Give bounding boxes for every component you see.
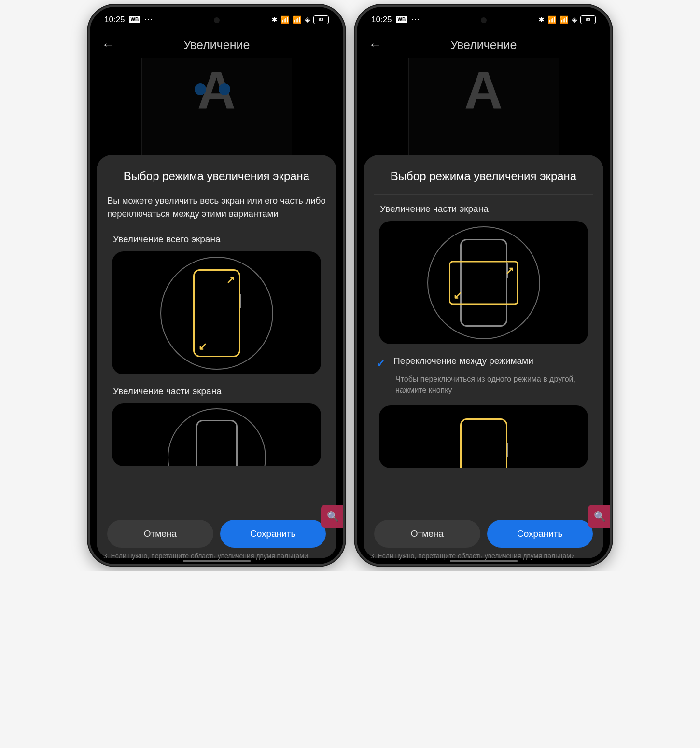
mode-modal: Выбор режима увеличения экрана Увеличени… [364, 155, 603, 558]
back-button[interactable]: ← [101, 37, 115, 53]
cancel-button[interactable]: Отмена [107, 520, 213, 548]
status-more-icon: ⋯ [144, 14, 154, 25]
wifi-icon: ◈ [305, 15, 310, 24]
battery-indicator: 63 [580, 15, 596, 24]
page-title: Увеличение [450, 38, 517, 52]
battery-indicator: 63 [313, 15, 329, 24]
option-full-illustration[interactable]: ↗ ↙ [112, 251, 321, 374]
nav-handle[interactable] [183, 560, 251, 562]
option-full-label: Увеличение всего экрана [113, 234, 320, 245]
signal-icon-2: 📶 [293, 15, 302, 24]
page-title: Увеличение [183, 38, 250, 52]
magnify-plus-icon: 🔍 [594, 511, 606, 522]
magnify-fab[interactable]: 🔍 [588, 505, 610, 528]
signal-icon: 📶 [547, 15, 557, 24]
option-switch-illustration-peek[interactable] [379, 405, 588, 468]
mode-modal: Выбор режима увеличения экрана Вы можете… [97, 155, 336, 558]
status-time: 10:25 [371, 15, 392, 25]
option-part-label: Увеличение части экрана [113, 386, 320, 397]
signal-icon-2: 📶 [560, 15, 569, 24]
save-button[interactable]: Сохранить [220, 520, 326, 548]
status-time: 10:25 [104, 15, 125, 25]
hint-text: 3. Если нужно, перетащите область увелич… [370, 552, 597, 560]
hint-text: 3. Если нужно, перетащите область увелич… [103, 552, 330, 560]
back-button[interactable]: ← [368, 37, 382, 53]
modal-title: Выбор режима увеличения экрана [97, 155, 336, 194]
phone-right: 10:25 WB ⋯ ✱ 📶 📶 ◈ 63 ← Увеличение A Выб… [355, 5, 612, 566]
magnify-fab[interactable]: 🔍 [321, 505, 343, 528]
nav-handle[interactable] [450, 560, 518, 562]
option-part-label: Увеличение части экрана [380, 204, 587, 214]
switch-mode-checkbox[interactable]: ✓ Переключение между режимами [374, 356, 593, 370]
page-header: ← Увеличение [357, 28, 610, 58]
modal-intro: Вы можете увеличить весь экран или его ч… [107, 194, 326, 221]
camera-dot [214, 17, 220, 23]
save-button[interactable]: Сохранить [487, 520, 593, 548]
page-header: ← Увеличение [90, 28, 343, 58]
bluetooth-icon: ✱ [271, 15, 278, 24]
switch-desc: Чтобы переключиться из одного режима в д… [395, 374, 591, 396]
magnify-window: ↗ ↙ [449, 261, 518, 305]
option-part-illustration-peek[interactable] [112, 403, 321, 466]
bluetooth-icon: ✱ [538, 15, 545, 24]
phone-left: 10:25 WB ⋯ ✱ 📶 📶 ◈ 63 ← Увеличение A Выб… [88, 5, 345, 566]
magnify-plus-icon: 🔍 [327, 511, 339, 522]
wifi-icon: ◈ [572, 15, 577, 24]
switch-label: Переключение между режимами [393, 356, 533, 366]
camera-dot [481, 17, 487, 23]
status-more-icon: ⋯ [411, 14, 420, 25]
cancel-button[interactable]: Отмена [374, 520, 480, 548]
wb-badge: WB [396, 16, 408, 23]
modal-title: Выбор режима увеличения экрана [364, 155, 603, 194]
modal-divider [374, 194, 593, 195]
option-part-illustration[interactable]: ↗ ↙ [379, 221, 588, 344]
wb-badge: WB [129, 16, 141, 23]
check-icon: ✓ [376, 357, 386, 370]
signal-icon: 📶 [280, 15, 290, 24]
